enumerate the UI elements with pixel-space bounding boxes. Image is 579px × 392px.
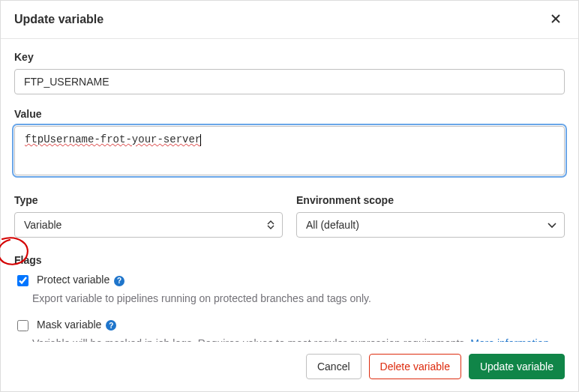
value-label: Value [14,108,565,120]
mask-variable-desc: Variable will be masked in job logs. Req… [32,337,565,342]
protect-variable-desc: Export variable to pipelines running on … [32,292,565,307]
update-variable-button[interactable]: Update variable [469,354,565,379]
chevron-down-icon [548,219,556,231]
type-selected: Variable [24,219,62,231]
help-icon[interactable]: ? [106,320,116,331]
modal-body: Key Value ftpUsername-frot-your-server T… [1,39,578,342]
close-button[interactable] [547,10,565,29]
mask-variable-label: Mask variable [37,319,101,331]
key-input[interactable] [14,69,565,94]
key-label: Key [14,51,565,63]
update-variable-modal: Update variable Key Value ftpUsername-fr… [0,0,579,392]
updown-icon [267,220,274,229]
close-icon [550,16,562,27]
modal-title: Update variable [14,13,104,26]
scope-label: Environment scope [296,194,565,206]
type-dropdown[interactable]: Variable [14,212,283,238]
delete-variable-button[interactable]: Delete variable [369,354,461,379]
protect-variable-label: Protect variable [37,274,110,286]
flags-title: Flags [14,254,565,266]
protect-variable-checkbox[interactable] [17,275,28,286]
help-icon[interactable]: ? [114,276,124,286]
mask-variable-checkbox[interactable] [17,320,28,331]
value-textarea[interactable] [14,126,565,175]
cancel-button[interactable]: Cancel [306,354,362,379]
scope-dropdown[interactable]: All (default) [296,212,565,238]
modal-header: Update variable [1,1,578,39]
type-label: Type [14,194,283,206]
scope-selected: All (default) [306,219,359,231]
modal-footer: Cancel Delete variable Update variable [1,342,578,391]
